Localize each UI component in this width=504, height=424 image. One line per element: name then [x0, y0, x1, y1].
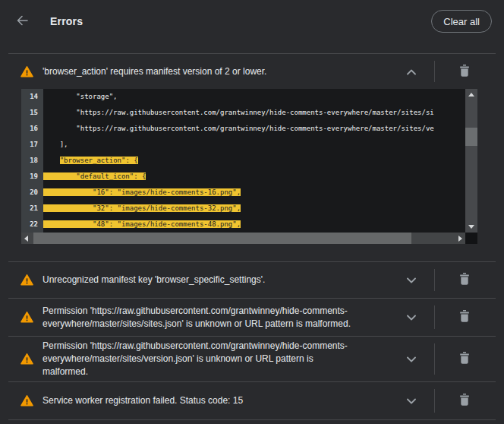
chevron-down-icon: [407, 312, 416, 323]
row-separator: [434, 343, 435, 375]
trash-icon: [459, 273, 470, 287]
line-number: 14: [21, 89, 43, 105]
trash-icon: [459, 65, 470, 79]
scroll-up-arrow-icon[interactable]: [468, 93, 474, 97]
error-row-5[interactable]: Service worker registration failed. Stat…: [0, 382, 504, 419]
errors-header: Errors Clear all: [0, 0, 504, 43]
expand-button[interactable]: [404, 352, 419, 367]
highlighted-code: "32": "images/hide-comments-32.png",: [43, 204, 241, 212]
warning-icon: [20, 353, 33, 365]
row-separator: [434, 61, 435, 82]
error-message: Permission 'https://raw.githubuserconten…: [43, 340, 348, 378]
error-row-3[interactable]: Permission 'https://raw.githubuserconten…: [0, 299, 504, 336]
horizontal-scrollbar[interactable]: [21, 233, 465, 244]
code-line: 15 "https://raw.githubusercontent.com/gr…: [21, 105, 465, 121]
line-number: 22: [21, 217, 43, 233]
trash-icon: [459, 394, 470, 408]
highlighted-code: "48": "images/hide-comments-48.png",: [43, 220, 241, 228]
clear-all-button[interactable]: Clear all: [431, 10, 492, 33]
code-snippet: 14 "storage", 15 "https://raw.githubuser…: [21, 89, 477, 244]
highlighted-code: "default_icon": {: [43, 172, 146, 180]
row-separator: [434, 269, 435, 291]
collapse-button[interactable]: [404, 64, 419, 79]
row-separator: [434, 305, 435, 329]
line-number: 18: [21, 153, 43, 169]
horizontal-scrollbar-thumb[interactable]: [33, 233, 411, 244]
error-message: Service worker registration failed. Stat…: [43, 394, 243, 407]
vertical-scrollbar-thumb[interactable]: [465, 128, 477, 146]
delete-error-button[interactable]: [456, 272, 473, 289]
scroll-right-arrow-icon[interactable]: [458, 236, 462, 242]
line-number: 20: [21, 185, 43, 201]
back-arrow-icon: [15, 14, 29, 30]
chevron-down-icon: [407, 274, 416, 286]
error-row-4[interactable]: Permission 'https://raw.githubuserconten…: [0, 337, 504, 381]
warning-icon: [20, 274, 33, 286]
warning-icon: [20, 394, 33, 407]
code-line: 14 "storage",: [21, 89, 465, 105]
code-line: 20 "16": "images/hide-comments-16.png",: [21, 185, 465, 201]
code-line: 18 "browser_action": {: [21, 153, 465, 169]
code-line: 19 "default_icon": {: [21, 169, 465, 185]
highlighted-code: "16": "images/hide-comments-16.png",: [43, 188, 241, 196]
code-lines: 14 "storage", 15 "https://raw.githubuser…: [21, 89, 465, 233]
code-line: 22 "48": "images/hide-comments-48.png",: [21, 217, 465, 233]
top-spacer: [0, 43, 504, 53]
delete-error-button[interactable]: [456, 351, 473, 368]
vertical-scrollbar[interactable]: [465, 89, 477, 233]
trash-icon: [459, 310, 470, 324]
warning-icon: [20, 65, 33, 78]
error-message: 'browser_action' requires manifest versi…: [43, 65, 266, 78]
trash-icon: [459, 352, 470, 366]
code-line: 17 ],: [21, 137, 465, 153]
error-message: Permission 'https://raw.githubuserconten…: [43, 305, 351, 331]
line-number: 15: [21, 105, 43, 121]
scroll-down-arrow-icon[interactable]: [468, 225, 474, 229]
card-bottom-padding: [0, 244, 504, 261]
page-title: Errors: [50, 15, 83, 27]
delete-error-button[interactable]: [456, 63, 473, 80]
row-separator: [434, 389, 435, 413]
chevron-up-icon: [407, 66, 416, 78]
scroll-left-arrow-icon[interactable]: [24, 236, 28, 242]
delete-error-button[interactable]: [456, 309, 473, 326]
error-row-1[interactable]: 'browser_action' requires manifest versi…: [0, 54, 504, 89]
expand-button[interactable]: [404, 273, 419, 288]
error-row-2[interactable]: Unrecognized manifest key 'browser_speci…: [0, 262, 504, 298]
highlighted-code: "browser_action": {: [60, 157, 138, 164]
line-number: 21: [21, 201, 43, 217]
line-number: 16: [21, 121, 43, 137]
error-message: Unrecognized manifest key 'browser_speci…: [43, 274, 265, 286]
expand-button[interactable]: [404, 394, 419, 409]
code-line: 16 "https://raw.githubusercontent.com/gr…: [21, 121, 465, 137]
expand-button[interactable]: [404, 310, 419, 325]
back-button[interactable]: [13, 12, 31, 30]
chevron-down-icon: [407, 395, 416, 407]
line-number: 17: [21, 137, 43, 153]
line-number: 19: [21, 169, 43, 185]
delete-error-button[interactable]: [456, 393, 473, 410]
divider: [8, 419, 496, 420]
scrollbar-corner: [465, 233, 477, 244]
code-line: 21 "32": "images/hide-comments-32.png",: [21, 201, 465, 217]
chevron-down-icon: [407, 353, 416, 365]
warning-icon: [20, 311, 33, 324]
